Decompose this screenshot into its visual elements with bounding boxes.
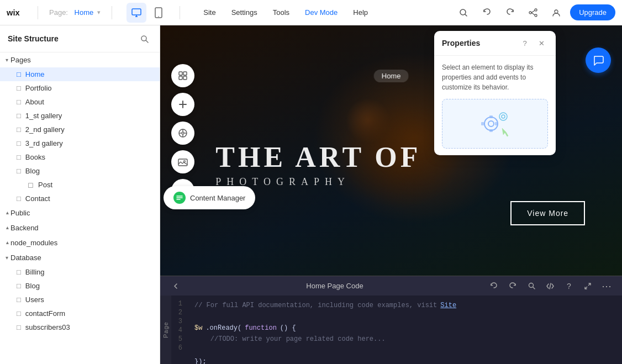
code-line-1: // For full API documentation, including… <box>194 300 615 311</box>
sidebar-item-gallery3-label: 3_rd gallery <box>25 139 63 147</box>
page-icon: □ <box>17 125 21 134</box>
svg-rect-18 <box>179 76 182 80</box>
section-node-modules[interactable]: ▸ node_modules <box>0 235 160 250</box>
section-backend[interactable]: ▸ Backend <box>0 220 160 235</box>
db-icon: □ <box>17 282 21 290</box>
svg-text:wix: wix <box>7 8 20 17</box>
svg-point-36 <box>488 121 494 126</box>
page-name: Home <box>75 8 94 17</box>
code-format-button[interactable] <box>542 278 558 294</box>
sidebar-item-about[interactable]: □ About <box>0 95 160 109</box>
line-number: 1 <box>177 300 182 308</box>
sidebar-item-gallery3[interactable]: □ 3_rd gallery <box>0 136 160 150</box>
wix-logo: wix <box>7 8 27 18</box>
pages-list: □ Home □ Portfolio □ About □ 1_st galler… <box>0 67 160 205</box>
page-indicator[interactable]: Page: Home ▾ <box>49 8 101 17</box>
mobile-view-button[interactable] <box>149 3 168 23</box>
page-icon-sub: ◻ <box>28 181 34 189</box>
sidebar-item-subscribers[interactable]: □ subscribers03 <box>0 320 160 334</box>
page-icon: □ <box>17 167 21 175</box>
page-icon: □ <box>17 98 21 106</box>
top-menu: Site Settings Tools Dev Mode Help <box>196 5 376 20</box>
code-redo-button[interactable] <box>505 278 520 294</box>
media-tool-button[interactable] <box>171 150 194 173</box>
sidebar-item-billing[interactable]: □ Billing <box>0 265 160 279</box>
menu-item-site[interactable]: Site <box>196 5 223 20</box>
svg-line-15 <box>146 40 148 43</box>
apps-tool-button[interactable] <box>171 122 194 145</box>
chevron-pages-icon: ▾ <box>6 57 8 63</box>
sidebar-item-gallery2[interactable]: □ 2_nd gallery <box>0 123 160 136</box>
desktop-view-button[interactable] <box>126 3 146 23</box>
code-line-6: }); <box>194 356 615 364</box>
sidebar-item-contact[interactable]: □ Contact <box>0 192 160 205</box>
share-button[interactable] <box>524 3 542 22</box>
user-button[interactable] <box>547 3 566 22</box>
code-redo-icon <box>508 282 517 291</box>
sidebar-search-button[interactable] <box>136 31 152 46</box>
svg-point-13 <box>555 10 558 13</box>
menu-item-help[interactable]: Help <box>345 5 376 20</box>
code-editor-title: Home Page Code <box>306 282 363 290</box>
properties-close-button[interactable]: ✕ <box>535 36 548 50</box>
divider-1 <box>38 6 38 19</box>
properties-help-button[interactable]: ? <box>518 36 531 50</box>
line-number: 6 <box>177 344 182 352</box>
chevron-nodemodules-icon: ▸ <box>4 241 10 244</box>
sidebar-item-gallery1[interactable]: □ 1_st gallery <box>0 109 160 123</box>
code-token: .onReady( <box>205 323 241 334</box>
sidebar-item-portfolio[interactable]: □ Portfolio <box>0 81 160 95</box>
mobile-icon <box>154 7 163 18</box>
code-content[interactable]: // For full API documentation, including… <box>188 296 622 364</box>
desktop-icon <box>131 7 142 18</box>
undo-button[interactable] <box>477 3 496 22</box>
svg-point-41 <box>499 113 507 120</box>
pages-tool-button[interactable] <box>171 64 194 87</box>
sidebar-item-blog-db[interactable]: □ Blog <box>0 279 160 293</box>
view-more-button[interactable]: View More <box>510 201 585 225</box>
chat-bubble[interactable] <box>586 48 611 73</box>
svg-rect-38 <box>489 129 493 132</box>
media-tool-icon <box>177 156 188 167</box>
divider-2 <box>112 6 112 19</box>
section-database[interactable]: ▾ Database <box>0 250 160 265</box>
sidebar-item-contactform[interactable]: □ contactForm <box>0 307 160 320</box>
menu-item-settings[interactable]: Settings <box>224 5 265 20</box>
search-button[interactable] <box>454 3 473 22</box>
upgrade-button[interactable]: Upgrade <box>570 4 615 20</box>
hero-subtitle: PHOTOGRAPHY <box>215 176 599 188</box>
code-back-button[interactable] <box>168 278 183 294</box>
section-pages[interactable]: ▾ Pages <box>0 52 160 67</box>
code-link[interactable]: Site <box>440 300 456 311</box>
properties-actions: ? ✕ <box>518 36 548 50</box>
sidebar-item-books[interactable]: □ Books <box>0 150 160 164</box>
menu-item-devmode[interactable]: Dev Mode <box>297 5 345 20</box>
code-token: }); <box>194 356 207 364</box>
pages-tool-icon <box>177 70 188 81</box>
menu-item-tools[interactable]: Tools <box>265 5 297 20</box>
wix-logo-svg: wix <box>7 8 27 18</box>
add-tool-button[interactable] <box>171 93 194 116</box>
sidebar-item-contactform-label: contactForm <box>25 309 65 318</box>
sidebar-item-users[interactable]: □ Users <box>0 293 160 307</box>
db-icon: □ <box>17 296 21 304</box>
sidebar-item-gallery1-label: 1_st gallery <box>25 112 62 120</box>
redo-button[interactable] <box>500 3 519 22</box>
sidebar-item-post[interactable]: ◻ Post <box>0 178 160 192</box>
code-undo-button[interactable] <box>486 278 502 294</box>
code-search-button[interactable] <box>524 278 539 294</box>
sidebar-item-books-label: Books <box>25 153 45 161</box>
sidebar-item-about-label: About <box>25 98 44 106</box>
sidebar-item-blog[interactable]: □ Blog <box>0 164 160 178</box>
code-expand-button[interactable] <box>580 278 595 294</box>
code-help-button[interactable]: ? <box>561 278 577 294</box>
code-editor: Home Page Code ? <box>160 276 622 364</box>
sidebar-item-billing-label: Billing <box>25 268 45 276</box>
section-public[interactable]: ▸ Public <box>0 205 160 220</box>
page-label: Page: <box>49 8 68 17</box>
properties-body: Select an element to display its propert… <box>434 56 556 155</box>
sidebar-item-home[interactable]: □ Home <box>0 67 160 81</box>
code-line-5 <box>194 345 615 356</box>
code-more-button[interactable]: ⋯ <box>599 278 614 294</box>
content-manager-button[interactable]: Content Manager <box>164 186 255 209</box>
